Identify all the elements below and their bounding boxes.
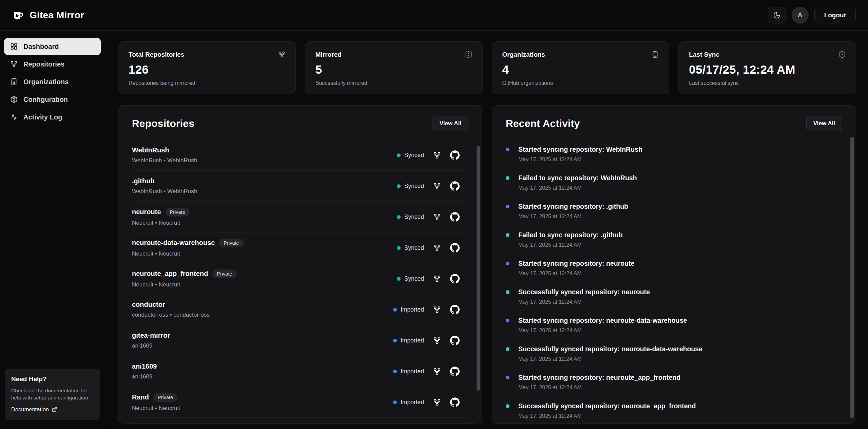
dashboard-icon (10, 43, 18, 50)
app-header: Gitea Mirror A Logout (0, 0, 868, 31)
github-icon[interactable] (450, 243, 460, 253)
github-icon[interactable] (450, 367, 460, 376)
activity-timestamp: May 17, 2025 at 12:24 AM (518, 328, 687, 334)
private-badge: Private (219, 239, 243, 247)
repo-row[interactable]: gitea-mirror Private ani1609 Imported (132, 325, 468, 356)
sidebar-item-configuration[interactable]: Configuration (4, 91, 101, 108)
activity-timestamp: May 17, 2025 at 12:24 AM (518, 299, 650, 305)
stat-label: Organizations (502, 51, 545, 58)
git-fork-icon[interactable] (433, 306, 441, 314)
sidebar-item-dashboard[interactable]: Dashboard (4, 38, 101, 55)
git-fork-icon[interactable] (433, 337, 441, 344)
status-dot (393, 308, 397, 312)
stat-value: 5 (315, 63, 472, 76)
activity-timestamp: May 17, 2025 at 12:24 AM (518, 413, 696, 419)
logout-button[interactable]: Logout (814, 7, 856, 23)
git-fork-icon[interactable] (433, 398, 441, 406)
stat-cards: Total Repositories 126 Repositories bein… (118, 41, 856, 94)
github-icon[interactable] (450, 150, 460, 160)
building-icon (10, 78, 18, 86)
status-badge: Synced (397, 152, 424, 159)
stat-label: Mirrored (315, 51, 342, 58)
activity-timestamp: May 17, 2025 at 12:24 AM (518, 385, 680, 391)
stat-label: Last Sync (689, 51, 719, 58)
repositories-scrollbar[interactable] (477, 146, 480, 391)
github-icon[interactable] (450, 181, 460, 191)
activity-view-all-button[interactable]: View All (806, 116, 842, 131)
sidebar-item-label: Activity Log (23, 113, 62, 121)
repo-owner: ani1609 (132, 373, 157, 380)
moon-icon (773, 12, 780, 19)
sidebar-item-activity-log[interactable]: Activity Log (4, 109, 101, 126)
github-icon[interactable] (450, 212, 460, 222)
sidebar-item-organizations[interactable]: Organizations (4, 73, 101, 90)
activity-row[interactable]: Successfully synced repository: neuroute… (506, 282, 842, 311)
status-dot (397, 215, 401, 219)
avatar[interactable]: A (792, 7, 809, 24)
repositories-list: WebInRush Private WebInRush • WebInRush … (132, 140, 468, 418)
brand: Gitea Mirror (12, 9, 84, 22)
recent-activity-title: Recent Activity (506, 118, 580, 129)
activity-row[interactable]: Started syncing repository: .github May … (506, 197, 842, 225)
repo-owner: ani1609 (132, 342, 170, 349)
status-dot (393, 339, 397, 342)
github-icon[interactable] (450, 397, 460, 407)
gear-icon (10, 96, 18, 103)
status-label: Synced (404, 244, 424, 251)
stat-value: 4 (502, 63, 659, 76)
github-icon[interactable] (450, 274, 460, 283)
repo-owner: WebInRush • WebInRush (132, 157, 197, 164)
git-fork-icon[interactable] (433, 368, 441, 375)
sidebar-item-repositories[interactable]: Repositories (4, 56, 101, 73)
activity-text: Successfully synced repository: neuroute… (518, 345, 702, 353)
app-shell: Dashboard Repositories Organizations Con… (0, 31, 868, 429)
stat-card-organizations: Organizations 4 GitHub organizations (492, 41, 670, 94)
recent-activity-panel: Recent Activity View All Started syncing… (492, 105, 856, 424)
activity-timestamp: May 17, 2025 at 12:24 AM (518, 271, 634, 277)
git-fork-icon[interactable] (433, 275, 441, 283)
activity-text: Started syncing repository: WebInRush (518, 146, 642, 153)
repo-name: neuroute (132, 208, 161, 216)
repo-owner: Neucruit • Neucruit (132, 281, 237, 288)
activity-row[interactable]: Started syncing repository: neuroute May… (506, 254, 842, 282)
sidebar-item-label: Configuration (23, 96, 68, 104)
git-fork-icon[interactable] (433, 213, 441, 221)
stat-subtitle: Last successful sync (689, 80, 846, 86)
theme-toggle-button[interactable] (768, 7, 786, 23)
stat-subtitle: Successfully mirrored (315, 80, 472, 86)
activity-row[interactable]: Failed to sync repository: WebInRush May… (506, 168, 842, 197)
activity-row[interactable]: Started syncing repository: neuroute_app… (506, 368, 842, 396)
git-fork-icon[interactable] (433, 151, 441, 159)
repo-row[interactable]: neuroute-data-warehouse Private Neucruit… (132, 232, 468, 263)
flip-horizontal-icon (465, 51, 472, 58)
activity-row[interactable]: Failed to sync repository: .github May 1… (506, 225, 842, 254)
activity-scrollbar[interactable] (850, 137, 854, 418)
repo-name: ani1609 (132, 362, 157, 370)
repo-row[interactable]: neuroute_app_frontend Private Neucruit •… (132, 263, 468, 294)
repo-row[interactable]: neuroute Private Neucruit • Neucruit Syn… (132, 202, 468, 232)
activity-text: Started syncing repository: neuroute_app… (518, 374, 680, 381)
activity-row[interactable]: Started syncing repository: neuroute-dat… (506, 311, 842, 339)
repositories-view-all-button[interactable]: View All (432, 116, 468, 131)
documentation-link[interactable]: Documentation (11, 406, 57, 413)
repo-row[interactable]: conductor Private conductor-oss • conduc… (132, 294, 468, 325)
repo-row[interactable]: ani1609 Private ani1609 Imported (132, 356, 468, 387)
stat-card-total-repositories: Total Repositories 126 Repositories bein… (118, 41, 296, 94)
github-icon[interactable] (450, 336, 460, 345)
activity-row[interactable]: Successfully synced repository: neuroute… (506, 339, 842, 368)
repo-row[interactable]: .github Private WebInRush • WebInRush Sy… (132, 171, 468, 202)
status-badge: Synced (397, 275, 424, 282)
panels: Repositories View All WebInRush Private (118, 105, 856, 424)
building-icon (652, 51, 659, 58)
activity-row[interactable]: Successfully synced repository: neuroute… (506, 396, 842, 424)
git-fork-icon[interactable] (433, 182, 441, 190)
activity-dot (506, 205, 509, 208)
private-badge: Private (212, 269, 236, 278)
repo-row[interactable]: Rand Private Neucruit • Neucruit Importe… (132, 387, 468, 418)
activity-row[interactable]: Started syncing repository: WebInRush Ma… (506, 140, 842, 168)
git-fork-icon[interactable] (433, 244, 441, 252)
github-icon[interactable] (450, 305, 460, 314)
status-dot (397, 153, 401, 157)
status-badge: Synced (397, 213, 424, 221)
repo-row[interactable]: WebInRush Private WebInRush • WebInRush … (132, 140, 468, 171)
